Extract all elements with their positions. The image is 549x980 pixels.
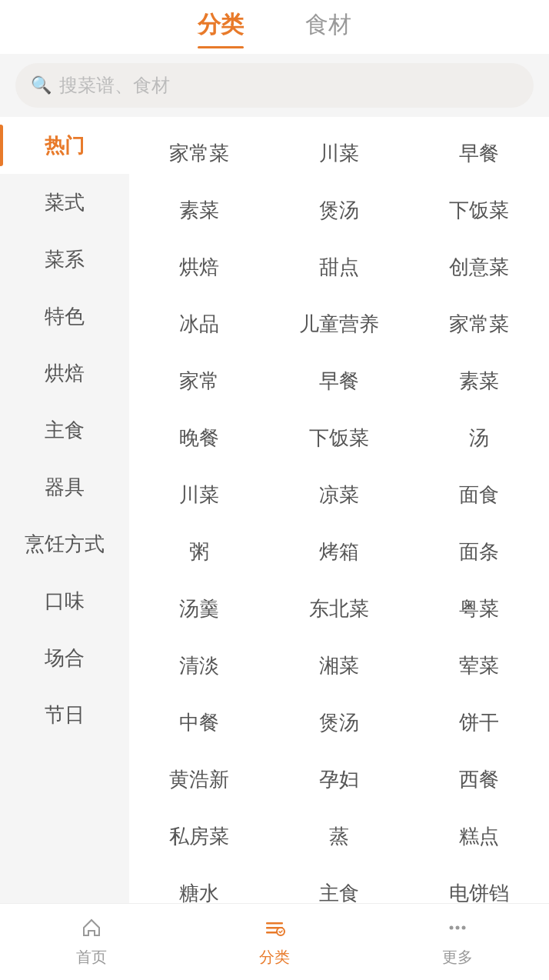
- grid-cell-4-2[interactable]: 素菜: [409, 368, 549, 395]
- grid-cell-10-0[interactable]: 中餐: [129, 709, 269, 736]
- grid-row-8: 汤羹 东北菜 粤菜: [129, 580, 549, 637]
- sidebar-item-10[interactable]: 节日: [0, 686, 129, 743]
- sidebar-item-8[interactable]: 口味: [0, 572, 129, 629]
- sidebar-item-7[interactable]: 烹饪方式: [0, 515, 129, 572]
- grid-cell-6-1[interactable]: 凉菜: [269, 482, 409, 508]
- top-tab-bar: 分类 食材: [0, 0, 549, 54]
- grid-cell-12-0[interactable]: 私房菜: [129, 823, 269, 850]
- grid-cell-7-2[interactable]: 面条: [409, 538, 549, 565]
- grid-cell-11-1[interactable]: 孕妇: [269, 766, 409, 793]
- nav-home[interactable]: 首页: [76, 917, 107, 968]
- grid-cell-7-1[interactable]: 烤箱: [269, 538, 409, 565]
- grid-cell-11-0[interactable]: 黄浩新: [129, 766, 269, 793]
- svg-point-4: [450, 925, 454, 929]
- sidebar-item-3[interactable]: 特色: [0, 288, 129, 345]
- grid-cell-5-2[interactable]: 汤: [409, 425, 549, 452]
- grid-cell-2-2[interactable]: 创意菜: [409, 254, 549, 281]
- grid-row-13: 糖水 主食 电饼铛: [129, 865, 549, 903]
- grid-cell-9-1[interactable]: 湘菜: [269, 652, 409, 679]
- grid-cell-8-2[interactable]: 粤菜: [409, 595, 549, 622]
- sidebar-item-4[interactable]: 烘焙: [0, 345, 129, 402]
- grid-cell-10-1[interactable]: 煲汤: [269, 709, 409, 736]
- grid-cell-0-0[interactable]: 家常菜: [129, 140, 269, 167]
- grid-cell-13-2[interactable]: 电饼铛: [409, 880, 549, 904]
- grid-cell-13-1[interactable]: 主食: [269, 880, 409, 904]
- grid-cell-3-1[interactable]: 儿童营养: [269, 311, 409, 338]
- grid-cell-13-0[interactable]: 糖水: [129, 880, 269, 904]
- nav-category[interactable]: 分类: [259, 917, 290, 968]
- grid-row-2: 烘焙 甜点 创意菜: [129, 238, 549, 295]
- svg-point-5: [456, 925, 460, 929]
- grid-row-0: 家常菜 川菜 早餐: [129, 125, 549, 182]
- grid-row-1: 素菜 煲汤 下饭菜: [129, 182, 549, 238]
- grid-cell-0-2[interactable]: 早餐: [409, 140, 549, 167]
- grid-cell-3-2[interactable]: 家常菜: [409, 311, 549, 338]
- svg-rect-0: [266, 922, 283, 925]
- grid-row-6: 川菜 凉菜 面食: [129, 466, 549, 523]
- nav-more[interactable]: 更多: [442, 917, 473, 968]
- grid-cell-1-1[interactable]: 煲汤: [269, 197, 409, 224]
- nav-category-label: 分类: [259, 947, 290, 968]
- grid-cell-2-1[interactable]: 甜点: [269, 254, 409, 281]
- grid-cell-6-0[interactable]: 川菜: [129, 482, 269, 508]
- home-icon: [81, 917, 102, 944]
- grid-cell-5-0[interactable]: 晚餐: [129, 425, 269, 452]
- grid-cell-3-0[interactable]: 冰品: [129, 311, 269, 338]
- grid-row-10: 中餐 煲汤 饼干: [129, 694, 549, 751]
- grid-cell-12-1[interactable]: 蒸: [269, 823, 409, 850]
- category-grid: 家常菜 川菜 早餐 素菜 煲汤 下饭菜 烘焙 甜点 创意菜 冰品 儿童营养 家常…: [129, 117, 549, 903]
- grid-cell-7-0[interactable]: 粥: [129, 538, 269, 565]
- grid-cell-9-0[interactable]: 清淡: [129, 652, 269, 679]
- sidebar-item-5[interactable]: 主食: [0, 402, 129, 458]
- sidebar-item-6[interactable]: 器具: [0, 458, 129, 515]
- sidebar-item-2[interactable]: 菜系: [0, 231, 129, 288]
- more-icon: [447, 917, 468, 944]
- grid-row-3: 冰品 儿童营养 家常菜: [129, 295, 549, 352]
- search-placeholder-text: 搜菜谱、食材: [59, 73, 170, 98]
- grid-cell-5-1[interactable]: 下饭菜: [269, 425, 409, 452]
- grid-cell-6-2[interactable]: 面食: [409, 482, 549, 508]
- grid-cell-12-2[interactable]: 糕点: [409, 823, 549, 850]
- category-sidebar: 热门 菜式 菜系 特色 烘焙 主食 器具 烹饪方式 口味 场合 节日: [0, 117, 129, 903]
- grid-cell-2-0[interactable]: 烘焙: [129, 254, 269, 281]
- svg-point-6: [462, 925, 466, 929]
- grid-cell-4-1[interactable]: 早餐: [269, 368, 409, 395]
- grid-row-7: 粥 烤箱 面条: [129, 523, 549, 580]
- main-content: 热门 菜式 菜系 特色 烘焙 主食 器具 烹饪方式 口味 场合 节日 家常菜 川…: [0, 117, 549, 903]
- grid-row-11: 黄浩新 孕妇 西餐: [129, 751, 549, 808]
- category-icon: [264, 917, 285, 944]
- grid-cell-4-0[interactable]: 家常: [129, 368, 269, 395]
- grid-row-9: 清淡 湘菜 荤菜: [129, 637, 549, 694]
- grid-row-5: 晚餐 下饭菜 汤: [129, 409, 549, 466]
- tab-ingredients[interactable]: 食材: [305, 9, 351, 45]
- grid-cell-0-1[interactable]: 川菜: [269, 140, 409, 167]
- nav-more-label: 更多: [442, 947, 473, 968]
- bottom-nav: 首页 分类 更多: [0, 903, 549, 980]
- sidebar-item-0[interactable]: 热门: [0, 117, 129, 174]
- grid-row-4: 家常 早餐 素菜: [129, 352, 549, 409]
- search-icon: 🔍: [31, 75, 52, 95]
- grid-cell-11-2[interactable]: 西餐: [409, 766, 549, 793]
- grid-cell-8-1[interactable]: 东北菜: [269, 595, 409, 622]
- grid-cell-8-0[interactable]: 汤羹: [129, 595, 269, 622]
- grid-cell-1-2[interactable]: 下饭菜: [409, 197, 549, 224]
- search-bar[interactable]: 🔍 搜菜谱、食材: [15, 63, 534, 108]
- grid-row-12: 私房菜 蒸 糕点: [129, 808, 549, 865]
- sidebar-item-1[interactable]: 菜式: [0, 174, 129, 231]
- grid-cell-9-2[interactable]: 荤菜: [409, 652, 549, 679]
- tab-category[interactable]: 分类: [198, 9, 244, 45]
- grid-cell-1-0[interactable]: 素菜: [129, 197, 269, 224]
- nav-home-label: 首页: [76, 947, 107, 968]
- sidebar-item-9[interactable]: 场合: [0, 629, 129, 686]
- grid-cell-10-2[interactable]: 饼干: [409, 709, 549, 736]
